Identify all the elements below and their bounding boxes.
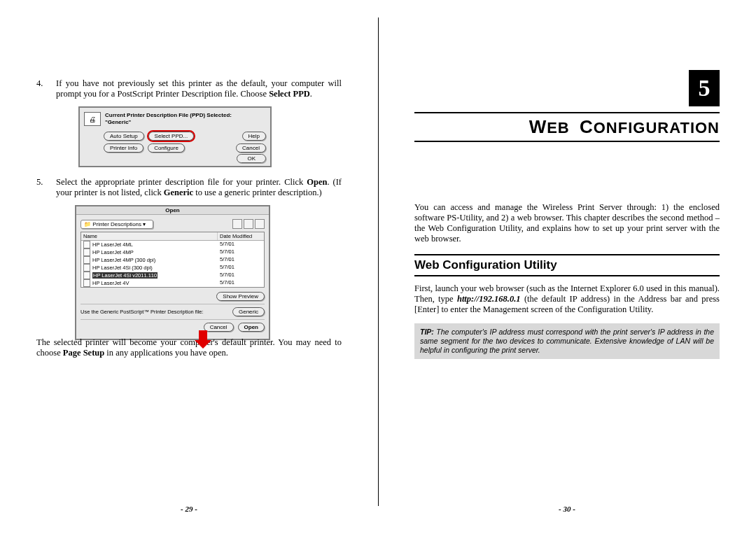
- document-icon: [83, 264, 90, 272]
- url-text: http://192.168.0.1: [457, 294, 521, 304]
- file-row[interactable]: HP LaserJet 4Si (300 dpi)5/7/01: [81, 264, 264, 272]
- bold-text: Open: [307, 177, 327, 187]
- file-row[interactable]: HP LaserJet 4MP5/7/01: [81, 248, 264, 256]
- bold-text: Generic: [164, 188, 193, 197]
- text-run: .: [310, 89, 312, 99]
- page-29: 4. If you have not previously set this p…: [0, 0, 378, 534]
- printer-info-button[interactable]: Printer Info: [104, 143, 144, 153]
- show-preview-button[interactable]: Show Preview: [216, 292, 265, 301]
- file-list[interactable]: Name Date Modified HP LaserJet 4ML5/7/01…: [80, 232, 265, 288]
- tip-box: TIP: The computer's IP address must corr…: [414, 323, 720, 359]
- folder-dropdown[interactable]: 📁 Printer Descriptions ▾: [80, 220, 153, 229]
- svg-marker-0: [195, 330, 211, 349]
- document-icon: [83, 279, 90, 287]
- chapter-title: WEB CONFIGURATION: [414, 112, 720, 142]
- page-30: 5 WEB CONFIGURATION You can access and m…: [378, 0, 756, 534]
- cap-letter: C: [580, 116, 594, 137]
- list-item-5: 5. Select the appropriate printer descri…: [36, 177, 342, 198]
- file-row[interactable]: HP LaserJet 4ML5/7/01: [81, 241, 264, 248]
- toolbar-icon[interactable]: [255, 219, 265, 229]
- text-run: to use a generic printer description.): [193, 188, 322, 197]
- header-line1: Current Printer Description File (PPD) S…: [105, 112, 232, 119]
- text-run: ONFIGURATION: [594, 119, 720, 136]
- page-divider: [378, 17, 379, 506]
- generic-note: Use the Generic PostScript™ Printer Desc…: [80, 309, 228, 315]
- document-icon: [83, 241, 90, 248]
- col-date: Date Modified: [218, 232, 264, 240]
- open-button[interactable]: Open: [238, 323, 265, 332]
- open-dialog-screenshot: Open 📁 Printer Descriptions ▾ Name Date …: [75, 205, 270, 340]
- item-text: If you have not previously set this prin…: [56, 78, 342, 99]
- item-number: 5.: [36, 177, 56, 198]
- tip-text: The computer's IP address must correspon…: [420, 328, 714, 354]
- text-run: Select the appropriate printer descripti…: [56, 177, 307, 187]
- closing-paragraph: The selected printer will become your co…: [36, 337, 342, 358]
- cancel-button[interactable]: Cancel: [236, 143, 266, 153]
- printer-icon: 🖨: [84, 112, 101, 126]
- page-number: - 29 -: [0, 505, 378, 513]
- document-icon: [83, 256, 90, 264]
- dropdown-label: Printer Descriptions: [92, 221, 141, 227]
- document-icon: [83, 248, 90, 256]
- list-item-4: 4. If you have not previously set this p…: [36, 78, 342, 99]
- file-row[interactable]: HP LaserJet 4Si v2011.1105/7/01: [81, 272, 264, 279]
- header-line2: "Generic": [105, 119, 232, 126]
- dialog-titlebar: Open: [76, 206, 269, 215]
- document-icon: [83, 272, 90, 279]
- auto-setup-button[interactable]: Auto Setup: [104, 132, 144, 141]
- page-number: - 30 -: [378, 505, 756, 513]
- toolbar-icon[interactable]: [232, 219, 242, 229]
- configure-button[interactable]: Configure: [148, 143, 185, 153]
- cap-letter: W: [529, 116, 547, 137]
- bold-text: Page Setup: [63, 348, 104, 358]
- file-row[interactable]: HP LaserJet 4MP (300 dpi)5/7/01: [81, 256, 264, 264]
- ok-button[interactable]: OK: [237, 154, 266, 163]
- file-row[interactable]: HP LaserJet 4V5/7/01: [81, 279, 264, 287]
- bold-text: Select PPD: [269, 89, 310, 99]
- ppd-dialog-screenshot: 🖨 Current Printer Description File (PPD)…: [78, 106, 272, 167]
- help-button[interactable]: Help: [242, 132, 266, 141]
- generic-button[interactable]: Generic: [232, 307, 265, 316]
- col-name: Name: [81, 232, 218, 240]
- item-number: 4.: [36, 78, 56, 99]
- dialog-header: Current Printer Description File (PPD) S…: [105, 112, 232, 126]
- select-ppd-button[interactable]: Select PPD...: [148, 132, 195, 141]
- text-run: EB: [547, 119, 570, 136]
- tip-label: TIP:: [420, 328, 434, 336]
- section-title: Web Configuration Utility: [414, 254, 720, 276]
- utility-paragraph: First, launch your web browser (such as …: [414, 283, 720, 315]
- chapter-number-box: 5: [689, 70, 720, 106]
- toolbar-icon[interactable]: [244, 219, 253, 229]
- intro-paragraph: You can access and manage the Wireless P…: [414, 202, 720, 244]
- item-text: Select the appropriate printer descripti…: [56, 177, 342, 198]
